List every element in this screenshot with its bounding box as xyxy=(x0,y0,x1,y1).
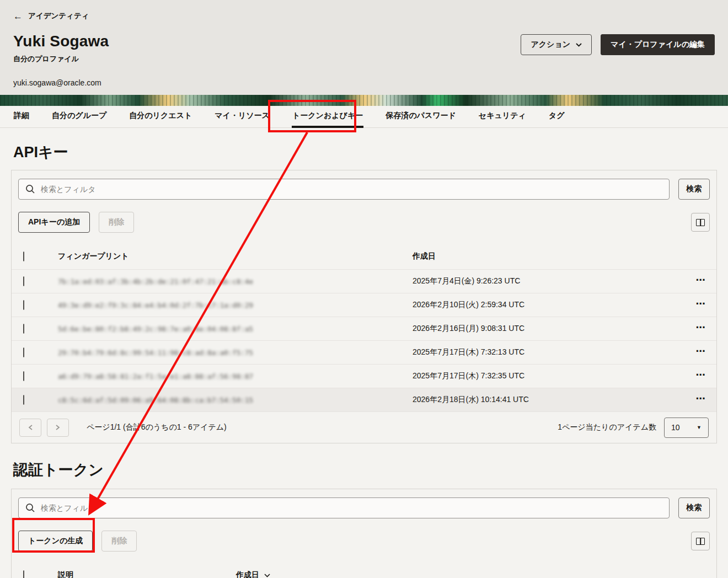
columns-icon xyxy=(696,538,705,545)
api-keys-search-button[interactable]: 検索 xyxy=(678,179,710,200)
api-keys-delete-button[interactable]: 削除 xyxy=(99,212,134,233)
column-header-description: 説明 xyxy=(58,570,236,578)
api-keys-panel: 検索 APIキーの追加 削除 フィンガープリント 作成日 7b:1a:ed:03… xyxy=(11,170,717,443)
back-label: アイデンティティ xyxy=(28,11,89,21)
user-email: yuki.sogawa@oracle.com xyxy=(13,78,715,87)
api-keys-heading: APIキー xyxy=(13,142,717,162)
row-actions-menu[interactable]: ⋯ xyxy=(686,275,716,288)
pagination-prev-button[interactable] xyxy=(19,419,41,437)
generate-token-button[interactable]: トークンの生成 xyxy=(18,531,93,552)
row-checkbox[interactable] xyxy=(23,371,24,381)
api-keys-table: フィンガープリント 作成日 7b:1a:ed:03:af:3b:4b:2b:de… xyxy=(12,244,716,411)
auth-tokens-table: 説明 作成日 xyxy=(12,563,716,578)
back-link[interactable]: ← アイデンティティ xyxy=(13,11,89,21)
fingerprint-masked: 29:70:b4:79:6d:8c:99:54:11:98:c8:ad:8a:a… xyxy=(58,349,413,357)
api-key-row: c8:5c:6d:af:5d:09:06:a9:64:08:8b:ca:b7:5… xyxy=(12,388,716,411)
row-actions-menu[interactable]: ⋯ xyxy=(686,299,716,312)
tab-my-groups[interactable]: 自分のグループ xyxy=(51,106,107,128)
auth-tokens-search-button[interactable]: 検索 xyxy=(678,497,710,518)
column-header-created: 作成日 xyxy=(413,251,686,261)
profile-header: ← アイデンティティ Yuki Sogawa 自分のプロファイル yuki.so… xyxy=(0,0,728,95)
decorative-banner xyxy=(0,95,728,106)
caret-left-icon xyxy=(28,425,33,430)
columns-icon xyxy=(696,219,705,226)
pagination-text: ページ1/1 (合計6のうちの1 - 6アイテム) xyxy=(87,422,227,432)
fingerprint-masked: a6:d9:79:a8:58:81:2a:f1:5a:e1:a8:88:af:5… xyxy=(58,372,413,381)
auth-tokens-delete-button[interactable]: 削除 xyxy=(101,531,137,552)
tab-details[interactable]: 詳細 xyxy=(13,106,30,128)
api-key-row: a6:d9:79:a8:58:81:2a:f1:5a:e1:a8:88:af:5… xyxy=(12,364,716,388)
tab-tokens-and-keys[interactable]: トークンおよびキー xyxy=(292,106,363,128)
row-actions-menu[interactable]: ⋯ xyxy=(686,323,716,335)
back-arrow-icon: ← xyxy=(13,12,23,21)
select-all-checkbox[interactable] xyxy=(23,251,24,261)
api-key-row: 49:3e:d9:e2:f9:3c:84:e4:b4:0d:2f:7b:c7:1… xyxy=(12,293,716,317)
fingerprint-masked: 49:3e:d9:e2:f9:3c:84:e4:b4:0d:2f:7b:c7:1… xyxy=(58,301,413,309)
dropdown-arrow-icon: ▼ xyxy=(697,425,702,430)
edit-profile-button[interactable]: マイ・プロファイルの編集 xyxy=(601,34,715,55)
row-checkbox[interactable] xyxy=(23,324,24,334)
items-per-page-select[interactable]: 10 ▼ xyxy=(664,418,709,438)
api-key-row: 7b:1a:ed:03:af:3b:4b:2b:de:21:0f:47:21:a… xyxy=(12,269,716,293)
row-checkbox[interactable] xyxy=(23,300,24,310)
tab-saved-passwords[interactable]: 保存済のパスワード xyxy=(385,106,457,128)
tab-my-resources[interactable]: マイ・リソース xyxy=(214,106,270,128)
row-actions-menu[interactable]: ⋯ xyxy=(686,394,716,406)
auth-tokens-search-input[interactable] xyxy=(18,497,670,518)
pagination-next-button[interactable] xyxy=(47,419,69,437)
tab-security[interactable]: セキュリティ xyxy=(478,106,527,128)
header-buttons: アクション マイ・プロファイルの編集 xyxy=(521,34,715,55)
column-header-created-sort[interactable]: 作成日 xyxy=(236,570,270,578)
created-date: 2026年2月16日(月) 9:08:31 UTC xyxy=(413,324,686,334)
row-actions-menu[interactable]: ⋯ xyxy=(686,346,716,359)
created-date: 2025年7月17日(木) 7:32:35 UTC xyxy=(413,371,686,381)
created-date: 2025年7月4日(金) 9:26:23 UTC xyxy=(413,276,686,286)
row-checkbox[interactable] xyxy=(23,276,24,286)
caret-right-icon xyxy=(56,425,60,430)
fingerprint-masked: 5d:6e:be:80:f2:b8:49:2c:98:7e:a0:6e:04:0… xyxy=(58,325,413,333)
tab-my-requests[interactable]: 自分のリクエスト xyxy=(129,106,192,128)
api-key-row: 29:70:b4:79:6d:8c:99:54:11:98:c8:ad:8a:a… xyxy=(12,340,716,364)
actions-button[interactable]: アクション xyxy=(521,34,592,55)
search-icon xyxy=(25,503,35,513)
tab-tags[interactable]: タグ xyxy=(548,106,565,128)
auth-tokens-column-settings-button[interactable] xyxy=(691,532,710,550)
items-per-page-label: 1ページ当たりのアイテム数 xyxy=(558,422,656,432)
api-keys-table-header: フィンガープリント 作成日 xyxy=(12,244,716,269)
column-header-fingerprint: フィンガープリント xyxy=(58,251,413,261)
api-key-row: 5d:6e:be:80:f2:b8:49:2c:98:7e:a0:6e:04:0… xyxy=(12,317,716,340)
add-api-key-button[interactable]: APIキーの追加 xyxy=(18,212,90,233)
created-date: 2026年2月18日(水) 10:14:41 UTC xyxy=(413,395,686,405)
fingerprint-masked: c8:5c:6d:af:5d:09:06:a9:64:08:8b:ca:b7:5… xyxy=(58,396,413,404)
api-keys-search-box xyxy=(18,179,670,200)
chevron-down-icon xyxy=(576,43,582,47)
auth-tokens-panel: 検索 トークンの生成 削除 説明 作成日 xyxy=(11,489,717,578)
created-date: 2026年2月10日(火) 2:59:34 UTC xyxy=(413,300,686,310)
api-keys-column-settings-button[interactable] xyxy=(691,213,710,232)
main-content: APIキー 検索 APIキーの追加 削除 xyxy=(0,142,728,578)
page-subtitle: 自分のプロファイル xyxy=(13,54,715,64)
search-icon xyxy=(25,184,35,194)
profile-tabbar: 詳細 自分のグループ 自分のリクエスト マイ・リソース トークンおよびキー 保存… xyxy=(0,106,728,128)
api-keys-pagination: ページ1/1 (合計6のうちの1 - 6アイテム) 1ページ当たりのアイテム数 … xyxy=(12,411,716,443)
api-keys-search-input[interactable] xyxy=(18,179,670,200)
created-date: 2025年7月17日(木) 7:32:13 UTC xyxy=(413,347,686,357)
row-checkbox[interactable] xyxy=(23,395,24,405)
row-checkbox[interactable] xyxy=(23,347,24,357)
auth-tokens-table-header: 説明 作成日 xyxy=(12,563,716,578)
select-all-checkbox[interactable] xyxy=(23,570,24,578)
auth-tokens-search-box xyxy=(18,497,670,518)
sort-chevron-down-icon xyxy=(264,574,270,577)
fingerprint-masked: 7b:1a:ed:03:af:3b:4b:2b:de:21:0f:47:21:a… xyxy=(58,277,413,286)
auth-tokens-heading: 認証トークン xyxy=(13,460,717,480)
row-actions-menu[interactable]: ⋯ xyxy=(686,370,716,383)
